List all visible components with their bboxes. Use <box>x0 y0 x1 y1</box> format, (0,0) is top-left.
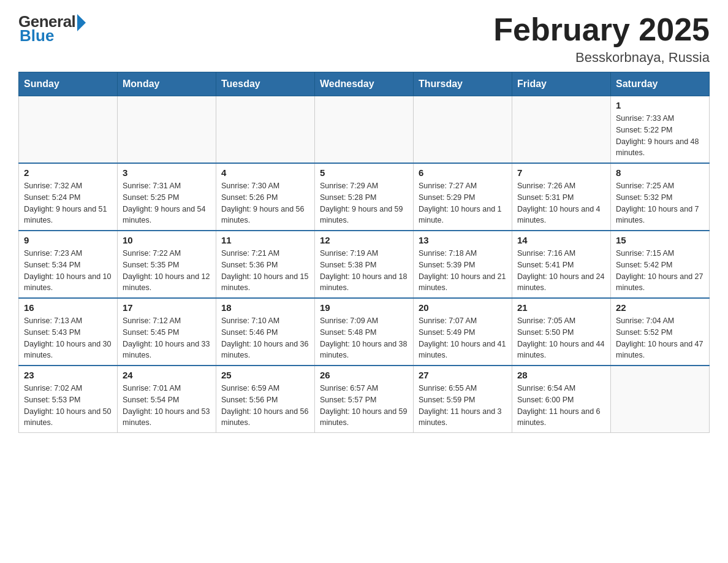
calendar-cell: 2Sunrise: 7:32 AMSunset: 5:24 PMDaylight… <box>19 163 118 231</box>
day-info: Sunrise: 6:59 AMSunset: 5:56 PMDaylight:… <box>221 383 309 429</box>
day-info: Sunrise: 7:26 AMSunset: 5:31 PMDaylight:… <box>517 180 605 226</box>
calendar-header-row: SundayMondayTuesdayWednesdayThursdayFrid… <box>19 72 710 96</box>
day-number: 8 <box>616 167 704 178</box>
day-info: Sunrise: 6:54 AMSunset: 6:00 PMDaylight:… <box>517 383 605 429</box>
day-number: 16 <box>24 302 112 313</box>
day-number: 28 <box>517 370 605 380</box>
calendar-cell: 9Sunrise: 7:23 AMSunset: 5:34 PMDaylight… <box>19 231 118 298</box>
calendar-cell: 20Sunrise: 7:07 AMSunset: 5:49 PMDayligh… <box>414 298 512 366</box>
calendar-cell: 17Sunrise: 7:12 AMSunset: 5:45 PMDayligh… <box>118 298 216 366</box>
day-info: Sunrise: 7:01 AMSunset: 5:54 PMDaylight:… <box>123 383 211 429</box>
day-info: Sunrise: 7:33 AMSunset: 5:22 PMDaylight:… <box>616 113 704 159</box>
calendar-cell: 22Sunrise: 7:04 AMSunset: 5:52 PMDayligh… <box>611 298 710 366</box>
calendar-week-row: 16Sunrise: 7:13 AMSunset: 5:43 PMDayligh… <box>19 298 710 366</box>
day-info: Sunrise: 6:55 AMSunset: 5:59 PMDaylight:… <box>419 383 507 429</box>
calendar-cell <box>315 96 414 164</box>
day-number: 11 <box>221 235 309 245</box>
day-number: 25 <box>221 370 309 380</box>
logo: General Blue <box>18 12 86 45</box>
calendar-cell: 5Sunrise: 7:29 AMSunset: 5:28 PMDaylight… <box>315 163 414 231</box>
calendar-cell <box>216 96 315 164</box>
day-number: 9 <box>24 235 112 245</box>
calendar-week-row: 1Sunrise: 7:33 AMSunset: 5:22 PMDaylight… <box>19 96 710 164</box>
day-info: Sunrise: 7:04 AMSunset: 5:52 PMDaylight:… <box>616 315 704 361</box>
day-info: Sunrise: 7:29 AMSunset: 5:28 PMDaylight:… <box>320 180 408 226</box>
day-number: 21 <box>517 302 605 313</box>
day-info: Sunrise: 7:18 AMSunset: 5:39 PMDaylight:… <box>419 248 507 294</box>
day-number: 23 <box>24 370 112 380</box>
logo-blue-text: Blue <box>20 26 54 45</box>
calendar-cell <box>512 96 611 164</box>
calendar-cell: 6Sunrise: 7:27 AMSunset: 5:29 PMDaylight… <box>414 163 512 231</box>
day-number: 3 <box>123 167 211 178</box>
day-number: 14 <box>517 235 605 245</box>
day-number: 12 <box>320 235 408 245</box>
day-number: 27 <box>419 370 507 380</box>
day-info: Sunrise: 7:09 AMSunset: 5:48 PMDaylight:… <box>320 315 408 361</box>
day-info: Sunrise: 7:13 AMSunset: 5:43 PMDaylight:… <box>24 315 112 361</box>
calendar-cell: 11Sunrise: 7:21 AMSunset: 5:36 PMDayligh… <box>216 231 315 298</box>
day-number: 24 <box>123 370 211 380</box>
day-info: Sunrise: 7:12 AMSunset: 5:45 PMDaylight:… <box>123 315 211 361</box>
day-info: Sunrise: 7:25 AMSunset: 5:32 PMDaylight:… <box>616 180 704 226</box>
calendar-week-row: 23Sunrise: 7:02 AMSunset: 5:53 PMDayligh… <box>19 366 710 433</box>
day-info: Sunrise: 7:23 AMSunset: 5:34 PMDaylight:… <box>24 248 112 294</box>
day-number: 22 <box>616 302 704 313</box>
month-title: February 2025 <box>493 12 710 47</box>
weekday-header-friday: Friday <box>512 72 611 96</box>
calendar-cell: 3Sunrise: 7:31 AMSunset: 5:25 PMDaylight… <box>118 163 216 231</box>
calendar-cell: 8Sunrise: 7:25 AMSunset: 5:32 PMDaylight… <box>611 163 710 231</box>
calendar-cell: 28Sunrise: 6:54 AMSunset: 6:00 PMDayligh… <box>512 366 611 433</box>
calendar-cell: 18Sunrise: 7:10 AMSunset: 5:46 PMDayligh… <box>216 298 315 366</box>
calendar-cell: 25Sunrise: 6:59 AMSunset: 5:56 PMDayligh… <box>216 366 315 433</box>
weekday-header-sunday: Sunday <box>19 72 118 96</box>
calendar-table: SundayMondayTuesdayWednesdayThursdayFrid… <box>18 72 710 433</box>
calendar-cell: 23Sunrise: 7:02 AMSunset: 5:53 PMDayligh… <box>19 366 118 433</box>
day-number: 10 <box>123 235 211 245</box>
calendar-cell: 19Sunrise: 7:09 AMSunset: 5:48 PMDayligh… <box>315 298 414 366</box>
calendar-cell <box>118 96 216 164</box>
day-number: 17 <box>123 302 211 313</box>
calendar-cell <box>611 366 710 433</box>
day-info: Sunrise: 7:21 AMSunset: 5:36 PMDaylight:… <box>221 248 309 294</box>
day-number: 7 <box>517 167 605 178</box>
day-number: 18 <box>221 302 309 313</box>
calendar-cell: 26Sunrise: 6:57 AMSunset: 5:57 PMDayligh… <box>315 366 414 433</box>
calendar-cell: 12Sunrise: 7:19 AMSunset: 5:38 PMDayligh… <box>315 231 414 298</box>
calendar-cell <box>414 96 512 164</box>
title-block: February 2025 Besskorbnaya, Russia <box>493 12 710 66</box>
calendar-cell: 1Sunrise: 7:33 AMSunset: 5:22 PMDaylight… <box>611 96 710 164</box>
day-number: 15 <box>616 235 704 245</box>
day-info: Sunrise: 7:22 AMSunset: 5:35 PMDaylight:… <box>123 248 211 294</box>
calendar-cell: 21Sunrise: 7:05 AMSunset: 5:50 PMDayligh… <box>512 298 611 366</box>
day-info: Sunrise: 7:32 AMSunset: 5:24 PMDaylight:… <box>24 180 112 226</box>
weekday-header-tuesday: Tuesday <box>216 72 315 96</box>
day-number: 13 <box>419 235 507 245</box>
weekday-header-wednesday: Wednesday <box>315 72 414 96</box>
day-info: Sunrise: 7:15 AMSunset: 5:42 PMDaylight:… <box>616 248 704 294</box>
day-info: Sunrise: 7:07 AMSunset: 5:49 PMDaylight:… <box>419 315 507 361</box>
day-info: Sunrise: 7:10 AMSunset: 5:46 PMDaylight:… <box>221 315 309 361</box>
day-number: 2 <box>24 167 112 178</box>
day-info: Sunrise: 7:19 AMSunset: 5:38 PMDaylight:… <box>320 248 408 294</box>
day-number: 19 <box>320 302 408 313</box>
weekday-header-thursday: Thursday <box>414 72 512 96</box>
calendar-cell: 14Sunrise: 7:16 AMSunset: 5:41 PMDayligh… <box>512 231 611 298</box>
day-number: 26 <box>320 370 408 380</box>
calendar-week-row: 2Sunrise: 7:32 AMSunset: 5:24 PMDaylight… <box>19 163 710 231</box>
day-info: Sunrise: 7:05 AMSunset: 5:50 PMDaylight:… <box>517 315 605 361</box>
calendar-cell: 4Sunrise: 7:30 AMSunset: 5:26 PMDaylight… <box>216 163 315 231</box>
day-number: 1 <box>616 100 704 110</box>
weekday-header-saturday: Saturday <box>611 72 710 96</box>
day-info: Sunrise: 7:16 AMSunset: 5:41 PMDaylight:… <box>517 248 605 294</box>
day-info: Sunrise: 7:02 AMSunset: 5:53 PMDaylight:… <box>24 383 112 429</box>
calendar-cell: 24Sunrise: 7:01 AMSunset: 5:54 PMDayligh… <box>118 366 216 433</box>
calendar-cell: 13Sunrise: 7:18 AMSunset: 5:39 PMDayligh… <box>414 231 512 298</box>
day-info: Sunrise: 7:31 AMSunset: 5:25 PMDaylight:… <box>123 180 211 226</box>
logo-arrow-icon <box>77 14 86 31</box>
day-info: Sunrise: 6:57 AMSunset: 5:57 PMDaylight:… <box>320 383 408 429</box>
day-number: 20 <box>419 302 507 313</box>
weekday-header-monday: Monday <box>118 72 216 96</box>
calendar-cell: 16Sunrise: 7:13 AMSunset: 5:43 PMDayligh… <box>19 298 118 366</box>
calendar-cell: 27Sunrise: 6:55 AMSunset: 5:59 PMDayligh… <box>414 366 512 433</box>
